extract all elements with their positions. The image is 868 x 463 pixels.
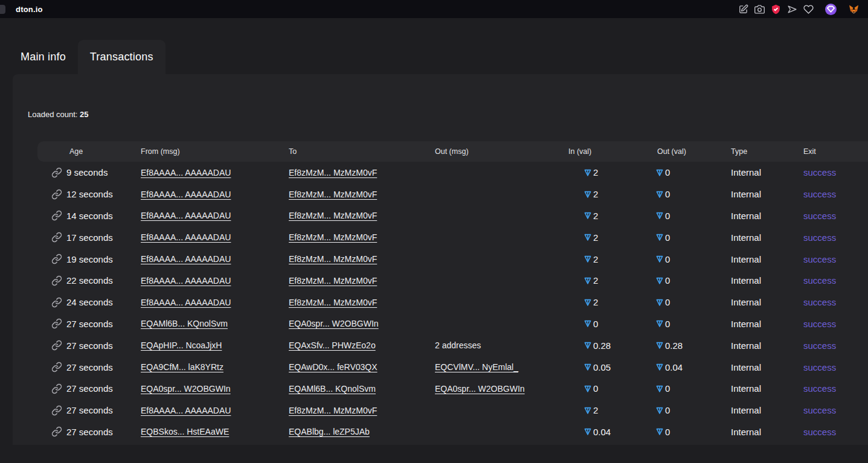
loaded-count: Loaded count: 25	[28, 110, 868, 119]
tx-to-link[interactable]: Ef8zMzM... MzMzM0vF	[289, 168, 377, 177]
tx-out-val: 0	[665, 211, 670, 221]
tx-in-val: 2	[593, 254, 598, 264]
ton-icon	[655, 427, 664, 436]
ton-icon	[583, 276, 592, 285]
tx-exit-status: success	[803, 254, 868, 264]
col-header-exit: Exit	[803, 147, 868, 156]
ton-icon	[583, 341, 592, 350]
tx-from-link[interactable]: EQApHIP... NcoaJjxH	[141, 340, 222, 350]
table-row: 19 seconds Ef8AAAA... AAAAADAU Ef8zMzM..…	[37, 248, 868, 270]
tx-link-icon[interactable]	[51, 318, 62, 329]
tx-type: Internal	[731, 167, 803, 177]
tab-transactions[interactable]: Transactions	[78, 40, 166, 74]
tx-link-icon[interactable]	[51, 426, 62, 437]
tx-to-link[interactable]: Ef8zMzM... MzMzM0vF	[289, 211, 377, 220]
tx-in-val: 2	[593, 297, 598, 307]
tx-out-val: 0.28	[665, 340, 683, 351]
col-header-age: Age	[66, 147, 141, 156]
tx-age: 27 seconds	[66, 362, 141, 372]
ton-icon	[583, 406, 592, 415]
ton-icon	[583, 363, 592, 371]
tx-to-link[interactable]: EQABlbg... leZP5JAb	[289, 427, 370, 436]
col-header-type: Type	[731, 147, 803, 156]
tx-from-link[interactable]: EQBSkos... HstEAaWE	[141, 427, 229, 436]
tx-to-link[interactable]: Ef8zMzM... MzMzM0vF	[289, 254, 377, 264]
tx-link-icon[interactable]	[51, 383, 62, 394]
metamask-fox-icon[interactable]	[847, 3, 860, 15]
tx-to-link[interactable]: EQA0spr... W2OBGWIn	[289, 319, 379, 328]
table-row: 27 seconds EQA0spr... W2OBGWIn EQAMl6B..…	[37, 378, 868, 400]
tx-link-icon[interactable]	[51, 405, 62, 416]
ton-icon	[655, 233, 664, 241]
camera-icon[interactable]	[754, 4, 765, 14]
tx-from-link[interactable]: EQA0spr... W2OBGWIn	[141, 384, 231, 394]
partial-icon	[0, 5, 5, 14]
ton-icon	[655, 341, 664, 350]
col-header-to: To	[289, 147, 435, 156]
tx-link-icon[interactable]	[51, 210, 62, 221]
tx-from-link[interactable]: Ef8AAAA... AAAAADAU	[141, 168, 231, 177]
topbar-icons	[738, 3, 860, 15]
tx-in-val: 2	[593, 167, 598, 177]
tx-link-icon[interactable]	[51, 167, 62, 178]
tx-to-link[interactable]: Ef8zMzM... MzMzM0vF	[289, 232, 377, 242]
tx-to-link[interactable]: Ef8zMzM... MzMzM0vF	[289, 276, 377, 286]
tx-age: 27 seconds	[66, 383, 141, 394]
tx-to-link[interactable]: EQAxSfv... PHWzEo2o	[289, 340, 376, 350]
table-row: 14 seconds Ef8AAAA... AAAAADAU Ef8zMzM..…	[37, 205, 868, 227]
tx-age: 27 seconds	[66, 340, 141, 351]
tx-out-msg-link[interactable]: EQCVlMV... NyEmlal_	[435, 362, 518, 372]
ton-icon	[655, 211, 664, 220]
tx-link-icon[interactable]	[51, 340, 62, 351]
tx-out-val: 0	[665, 405, 670, 415]
tx-from-link[interactable]: Ef8AAAA... AAAAADAU	[141, 232, 231, 242]
tx-link-icon[interactable]	[51, 275, 62, 286]
table-row: 27 seconds EQBSkos... HstEAaWE EQABlbg..…	[37, 421, 868, 443]
site-title[interactable]: dton.io	[16, 5, 43, 14]
topbar: dton.io	[0, 0, 868, 18]
tx-link-icon[interactable]	[51, 189, 62, 200]
tx-to-link[interactable]: EQAMl6B... KQnolSvm	[289, 384, 376, 394]
tx-from-link[interactable]: Ef8AAAA... AAAAADAU	[141, 406, 231, 415]
ton-icon	[583, 255, 592, 263]
shield-check-icon[interactable]	[770, 4, 781, 14]
tx-out-msg-link[interactable]: EQA0spr... W2OBGWIn	[435, 384, 525, 394]
tx-type: Internal	[731, 362, 803, 372]
tx-age: 27 seconds	[66, 319, 141, 329]
col-header-out-val: Out (val)	[655, 147, 731, 156]
tab-main-info[interactable]: Main info	[8, 40, 78, 74]
tx-out-val: 0	[665, 383, 670, 394]
tx-in-val: 0	[593, 383, 598, 394]
tx-from-link[interactable]: Ef8AAAA... AAAAADAU	[141, 276, 231, 286]
tx-to-link[interactable]: EQAwD0x... feRV03QX	[289, 362, 378, 372]
tx-to-link[interactable]: Ef8zMzM... MzMzM0vF	[289, 190, 377, 199]
tx-from-link[interactable]: Ef8AAAA... AAAAADAU	[141, 190, 231, 199]
ton-icon	[583, 168, 592, 177]
compose-pin-icon[interactable]	[738, 4, 748, 14]
tx-link-icon[interactable]	[51, 362, 62, 372]
tx-from-link[interactable]: Ef8AAAA... AAAAADAU	[141, 298, 231, 307]
loaded-count-value: 25	[80, 110, 88, 119]
tx-from-link[interactable]: Ef8AAAA... AAAAADAU	[141, 211, 231, 220]
tx-from-link[interactable]: EQA9CfM... laK8YRtz	[141, 362, 223, 372]
tx-to-link[interactable]: Ef8zMzM... MzMzM0vF	[289, 406, 377, 415]
tx-in-val: 0.04	[593, 427, 611, 437]
tx-from-link[interactable]: EQAMl6B... KQnolSvm	[141, 319, 228, 328]
table-row: 27 seconds EQAMl6B... KQnolSvm EQA0spr..…	[37, 313, 868, 335]
tx-link-icon[interactable]	[51, 297, 62, 308]
tx-link-icon[interactable]	[51, 232, 62, 243]
tx-in-val: 2	[593, 211, 598, 221]
col-header-from: From (msg)	[141, 147, 289, 156]
tx-type: Internal	[731, 189, 803, 199]
send-plane-icon[interactable]	[786, 4, 797, 14]
heart-icon[interactable]	[803, 4, 814, 14]
tx-from-link[interactable]: Ef8AAAA... AAAAADAU	[141, 254, 231, 264]
tx-type: Internal	[731, 254, 803, 264]
tx-to-link[interactable]: Ef8zMzM... MzMzM0vF	[289, 298, 377, 307]
tx-age: 14 seconds	[66, 211, 141, 221]
wallet-extension-icon[interactable]	[825, 3, 837, 15]
ton-icon	[655, 255, 664, 263]
tx-exit-status: success	[803, 427, 868, 437]
table-row: 27 seconds EQApHIP... NcoaJjxH EQAxSfv..…	[37, 334, 868, 356]
tx-link-icon[interactable]	[51, 254, 62, 264]
